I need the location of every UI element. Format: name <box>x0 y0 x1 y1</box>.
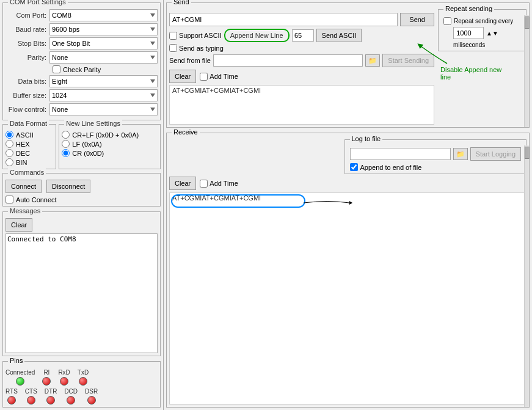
repeat-sending-checkbox[interactable] <box>443 17 451 25</box>
new-line-crlf-label: CR+LF (0x0D + 0x0A) <box>72 131 139 139</box>
auto-connect-checkbox[interactable] <box>5 196 13 203</box>
folder-icon: 📁 <box>368 57 377 64</box>
stop-bits-label: Stop Bits: <box>5 40 49 47</box>
send-from-file-label: Send from file <box>169 57 211 64</box>
pin-txd: TxD <box>78 369 89 386</box>
com-port-select[interactable]: COM8 <box>49 9 158 21</box>
led-rts <box>7 396 16 405</box>
pin-rxd: RxD <box>58 369 70 386</box>
send-text-content: AT+CGMIAT+CGMIAT+CGMI <box>170 86 434 95</box>
receive-scrollbar[interactable] <box>524 145 529 407</box>
data-bits-select[interactable]: Eight <box>49 75 158 87</box>
led-cts <box>27 396 35 405</box>
pin-dsr: DSR <box>85 388 98 405</box>
data-bits-label: Data bits: <box>5 78 49 85</box>
data-format-hex-radio[interactable] <box>5 140 13 148</box>
disable-annotation-arrow <box>414 42 450 67</box>
messages-title: Messages <box>8 207 42 214</box>
buffer-size-select[interactable]: 1024 <box>49 89 158 101</box>
send-as-typing-label: Send as typing <box>179 45 224 52</box>
send-file-browse-button[interactable]: 📁 <box>365 54 380 67</box>
new-line-lf-radio[interactable] <box>62 140 70 148</box>
data-format-dec-label: DEC <box>16 150 30 157</box>
led-dtr <box>46 396 55 405</box>
start-logging-button[interactable]: Start Logging <box>470 147 521 161</box>
led-dcd <box>67 396 75 405</box>
send-text-area[interactable]: AT+CGMIAT+CGMIAT+CGMI <box>169 85 434 125</box>
auto-connect-label: Auto Connect <box>16 196 57 203</box>
support-ascii-label: Support ASCII <box>179 32 222 39</box>
led-txd <box>79 377 87 386</box>
send-as-typing-checkbox[interactable] <box>169 44 177 52</box>
pin-connected: Connected <box>5 369 35 386</box>
new-line-crlf-radio[interactable] <box>62 131 70 139</box>
receive-output-area[interactable]: AT+CGMIAT+CGMIAT+CGMI <box>169 192 527 405</box>
new-line-settings-title: New Line Settings <box>64 120 122 127</box>
append-new-line-button[interactable]: Append New Line <box>224 29 290 42</box>
log-file-path-input[interactable] <box>350 148 451 160</box>
baud-rate-select[interactable]: 9600 bps <box>49 23 158 35</box>
receive-clear-button[interactable]: Clear <box>169 177 196 190</box>
check-parity-label: Check Parity <box>63 66 101 73</box>
parity-label: Parity: <box>5 54 49 61</box>
flow-control-select[interactable]: None <box>49 103 158 115</box>
disconnect-button[interactable]: Disconnect <box>46 180 90 193</box>
data-format-dec-radio[interactable] <box>5 149 13 157</box>
receive-add-time-label: Add Time <box>210 180 238 187</box>
log-folder-icon: 📁 <box>456 150 465 158</box>
append-to-end-checkbox[interactable] <box>350 163 358 171</box>
new-line-cr-label: CR (0x0D) <box>72 150 104 157</box>
pin-ri: RI <box>42 369 51 386</box>
data-format-group: Data Format ASCII HEX DEC <box>2 124 56 169</box>
led-dsr <box>87 396 96 405</box>
data-format-hex-label: HEX <box>16 141 30 148</box>
send-ascii-button[interactable]: Send ASCII <box>316 29 362 42</box>
receive-group: Receive Log to file 📁 Start Logging <box>166 133 530 408</box>
pin-rts: RTS <box>5 388 18 405</box>
log-file-browse-button[interactable]: 📁 <box>453 148 468 160</box>
send-text-input[interactable] <box>169 13 398 26</box>
receive-add-time-checkbox[interactable] <box>200 180 208 188</box>
led-rxd <box>60 377 68 386</box>
data-format-ascii-radio[interactable] <box>5 131 13 139</box>
flow-control-label: Flow control: <box>5 106 49 113</box>
repeat-ms-label: ▲▼ <box>486 30 498 37</box>
messages-clear-button[interactable]: Clear <box>5 218 32 232</box>
repeat-sending-group: Repeat sending Repeat sending every ▲▼ <box>438 9 527 51</box>
pin-cts: CTS <box>25 388 37 405</box>
commands-group: Commands Connect Disconnect Auto Connect <box>2 173 161 207</box>
support-ascii-checkbox[interactable] <box>169 32 177 40</box>
data-format-bin-radio[interactable] <box>5 158 13 166</box>
receive-title: Receive <box>172 128 200 136</box>
new-line-cr-radio[interactable] <box>62 149 70 157</box>
receive-output-content: AT+CGMIAT+CGMIAT+CGMI <box>170 193 526 203</box>
send-button[interactable]: Send <box>400 13 434 26</box>
send-title: Send <box>172 0 191 5</box>
stop-bits-select[interactable]: One Stop Bit <box>49 37 158 49</box>
com-port-settings-title: COM Port Settings <box>8 0 68 5</box>
send-size-input[interactable] <box>292 29 314 42</box>
connect-button[interactable]: Connect <box>5 180 42 193</box>
data-format-bin-label: BIN <box>16 159 27 166</box>
parity-select[interactable]: None <box>49 51 158 64</box>
disable-append-annotation: Disable Append newline <box>440 66 524 81</box>
send-scrollbar[interactable] <box>524 15 529 127</box>
repeat-sending-label: Repeat sending every <box>454 18 513 24</box>
log-to-file-title: Log to file <box>350 135 383 142</box>
check-parity-checkbox[interactable] <box>53 65 60 73</box>
pins-group: Pins Connected RI RxD <box>2 361 161 408</box>
led-connected <box>16 377 24 386</box>
send-clear-button[interactable]: Clear <box>169 70 196 83</box>
led-ri <box>42 377 51 386</box>
pin-dcd: DCD <box>64 388 78 405</box>
send-add-time-checkbox[interactable] <box>200 73 208 81</box>
messages-group: Messages Clear Connected to COM8 <box>2 211 161 356</box>
new-line-settings-group: New Line Settings CR+LF (0x0D + 0x0A) LF… <box>59 124 161 169</box>
baud-rate-label: Baud rate: <box>5 26 49 33</box>
commands-title: Commands <box>8 169 46 176</box>
messages-textarea[interactable]: Connected to COM8 <box>5 233 158 353</box>
send-file-path-input[interactable] <box>213 54 363 67</box>
pins-title: Pins <box>8 357 24 364</box>
repeat-interval-input[interactable] <box>453 27 484 39</box>
data-format-ascii-label: ASCII <box>16 131 34 139</box>
